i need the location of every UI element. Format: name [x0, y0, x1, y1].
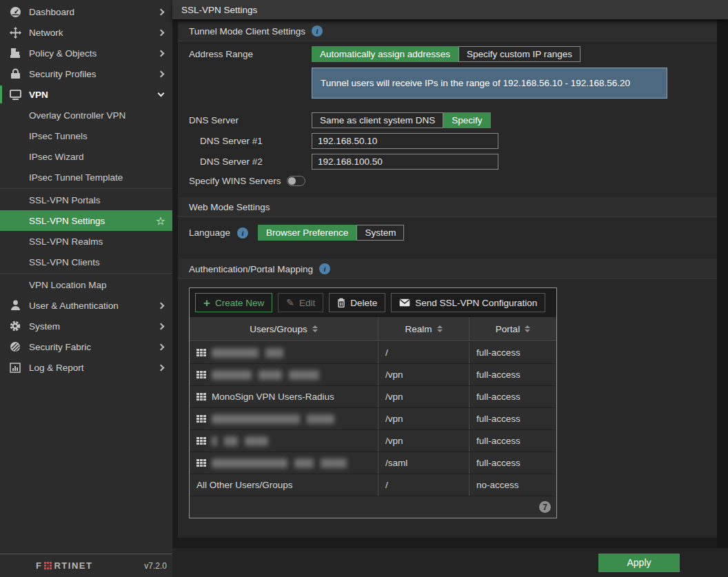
redacted-user-name	[212, 414, 300, 424]
portal-cell: full-access	[469, 408, 556, 429]
sidebar-item-security-profiles[interactable]: Security Profiles	[0, 63, 172, 84]
chevron-right-icon	[158, 343, 165, 350]
sidebar-item-policy-objects[interactable]: Policy & Objects	[0, 43, 172, 63]
language-row: Language i Browser Preference System	[178, 217, 717, 241]
address-range-segmented: Automatically assign addresses Specify c…	[312, 46, 580, 62]
table-row[interactable]: /vpn full-access	[190, 363, 556, 385]
sidebar-item-network[interactable]: Network	[0, 22, 172, 43]
realm-cell: /vpn	[378, 408, 469, 429]
sidebar-item-user-authentication[interactable]: User & Authentication	[0, 295, 172, 316]
table-row[interactable]: /saml full-access	[190, 452, 556, 474]
trash-icon	[337, 298, 345, 307]
sidebar-item-overlay-controller-vpn[interactable]: Overlay Controller VPN	[0, 105, 172, 125]
fortinet-grid-icon	[44, 562, 52, 569]
sidebar-item-ipsec-tunnels[interactable]: IPsec Tunnels	[0, 125, 172, 146]
table-row[interactable]: MonoSign VPN Users-Radius /vpn full-acce…	[190, 385, 556, 407]
info-icon[interactable]: i	[237, 227, 248, 239]
sidebar-item-vpn[interactable]: VPN	[0, 84, 172, 105]
table-row[interactable]: /vpn full-access	[190, 407, 556, 429]
column-label: Realm	[405, 324, 432, 334]
envelope-icon	[399, 298, 410, 307]
table-toolbar: + Create New ✎ Edit Delete Send SSL-VPN …	[190, 288, 556, 317]
sidebar-subitem-label: IPsec Tunnel Template	[29, 172, 123, 183]
specify-dns-button[interactable]: Specify	[443, 112, 490, 128]
user-group-icon	[196, 437, 206, 445]
apply-bar: Apply	[172, 548, 728, 577]
column-header-realm[interactable]: Realm	[378, 317, 469, 341]
browser-preference-button[interactable]: Browser Preference	[258, 225, 356, 241]
sidebar-item-ssl-vpn-portals[interactable]: SSL-VPN Portals	[0, 190, 172, 210]
sidebar-item-ipsec-wizard[interactable]: IPsec Wizard	[0, 146, 172, 167]
language-segmented: Browser Preference System	[258, 225, 404, 241]
section-title: Authentication/Portal Mapping	[189, 264, 313, 274]
sidebar-item-label: User & Authentication	[29, 301, 151, 311]
scrollbar-track[interactable]	[717, 19, 728, 548]
address-range-row: Address Range Automatically assign addre…	[178, 41, 717, 62]
sidebar-item-system[interactable]: System	[0, 316, 172, 336]
chevron-right-icon	[158, 323, 165, 330]
redacted-user-name	[224, 436, 238, 446]
sidebar-item-vpn-location-map[interactable]: VPN Location Map	[0, 274, 172, 295]
table-row[interactable]: /vpn full-access	[190, 429, 556, 452]
edit-button[interactable]: ✎ Edit	[278, 293, 323, 312]
gear-icon	[9, 320, 21, 332]
column-header-users-groups[interactable]: Users/Groups	[190, 317, 378, 341]
sidebar-item-ssl-vpn-clients[interactable]: SSL-VPN Clients	[0, 252, 172, 272]
dns-server-1-input[interactable]	[312, 133, 498, 149]
tunnel-mode-section-header: Tunnel Mode Client Settings i	[178, 21, 717, 41]
fortinet-logo: F RTINET	[36, 560, 92, 571]
realm-cell: /saml	[378, 452, 469, 474]
realm-cell: /	[378, 474, 469, 496]
page-title: SSL-VPN Settings	[181, 5, 257, 15]
sort-icon	[437, 325, 443, 332]
sidebar-item-log-report[interactable]: Log & Report	[0, 357, 172, 378]
sidebar-item-label: Dashboard	[29, 7, 151, 17]
favorite-star-icon[interactable]: ☆	[156, 214, 165, 227]
portal-cell: full-access	[469, 430, 556, 452]
system-language-button[interactable]: System	[356, 225, 404, 241]
chevron-right-icon	[158, 302, 165, 309]
sidebar-item-label: System	[29, 321, 151, 332]
info-icon[interactable]: i	[319, 263, 330, 274]
create-new-button[interactable]: + Create New	[195, 293, 272, 312]
sidebar-subitem-label: SSL-VPN Realms	[29, 236, 103, 247]
dns-server-2-input[interactable]	[312, 154, 498, 170]
wins-label: Specify WINS Servers	[189, 176, 281, 186]
info-icon[interactable]: i	[312, 26, 323, 37]
redacted-user-name	[294, 458, 314, 468]
sort-icon	[525, 325, 530, 332]
sidebar-item-dashboard[interactable]: Dashboard	[0, 1, 172, 22]
sidebar-item-security-fabric[interactable]: Security Fabric	[0, 336, 172, 357]
network-icon	[9, 26, 21, 39]
sidebar-item-label: Log & Report	[29, 363, 151, 373]
user-group-icon	[196, 459, 206, 467]
send-ssl-vpn-configuration-button[interactable]: Send SSL-VPN Configuration	[391, 293, 545, 312]
table-row[interactable]: / full-access	[190, 341, 556, 363]
delete-button[interactable]: Delete	[329, 293, 385, 312]
page-title-bar: SSL-VPN Settings	[172, 0, 728, 19]
sidebar-subitem-label: IPsec Wizard	[29, 152, 84, 162]
sidebar-item-ipsec-tunnel-template[interactable]: IPsec Tunnel Template	[0, 167, 172, 188]
language-label: Language	[189, 227, 230, 238]
plus-icon: +	[203, 297, 210, 309]
same-as-client-dns-button[interactable]: Same as client system DNS	[312, 112, 443, 128]
sidebar-item-ssl-vpn-realms[interactable]: SSL-VPN Realms	[0, 231, 172, 252]
realm-cell: /vpn	[378, 364, 469, 385]
table-header-row: Users/Groups Realm Portal	[190, 317, 556, 341]
dns-server-1-row: DNS Server #1	[178, 128, 717, 149]
table-row[interactable]: All Other Users/Groups / no-access	[190, 474, 556, 496]
specify-custom-ip-ranges-button[interactable]: Specify custom IP ranges	[458, 46, 580, 62]
portal-cell: no-access	[469, 474, 556, 496]
apply-button[interactable]: Apply	[598, 554, 680, 572]
vpn-monitor-icon	[9, 88, 21, 101]
sidebar-item-ssl-vpn-settings[interactable]: SSL-VPN Settings ☆	[0, 210, 172, 231]
wins-toggle[interactable]	[287, 176, 305, 186]
dns-server-segmented: Same as client system DNS Specify	[312, 112, 491, 128]
chevron-right-icon	[158, 70, 165, 77]
column-header-portal[interactable]: Portal	[469, 317, 556, 341]
chevron-right-icon	[158, 364, 165, 371]
user-group-icon	[196, 371, 206, 378]
row-count-badge: 7	[539, 501, 551, 513]
button-label: Edit	[299, 298, 315, 308]
auto-assign-addresses-button[interactable]: Automatically assign addresses	[312, 46, 458, 62]
